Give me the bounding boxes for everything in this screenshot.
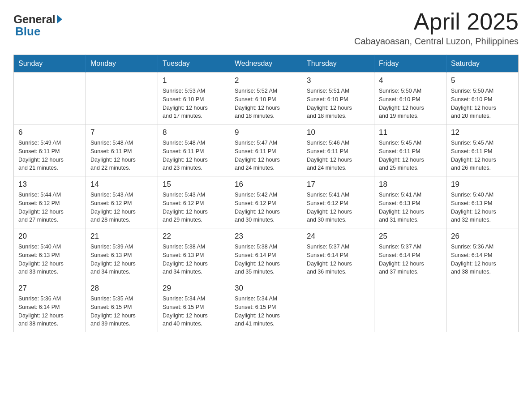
day-info: Sunrise: 5:51 AM Sunset: 6:10 PM Dayligh… (307, 87, 369, 120)
header-thursday: Thursday (302, 55, 374, 73)
calendar-cell: 3Sunrise: 5:51 AM Sunset: 6:10 PM Daylig… (302, 73, 374, 124)
calendar-cell: 7Sunrise: 5:48 AM Sunset: 6:11 PM Daylig… (86, 124, 158, 176)
day-number: 23 (235, 232, 297, 241)
day-info: Sunrise: 5:43 AM Sunset: 6:12 PM Dayligh… (90, 191, 153, 224)
day-info: Sunrise: 5:50 AM Sunset: 6:10 PM Dayligh… (379, 87, 442, 120)
day-info: Sunrise: 5:45 AM Sunset: 6:11 PM Dayligh… (379, 139, 442, 172)
day-number: 18 (379, 180, 442, 189)
calendar-cell: 20Sunrise: 5:40 AM Sunset: 6:13 PM Dayli… (14, 228, 86, 280)
location-title: Cabayaoasan, Central Luzon, Philippines (354, 36, 519, 47)
day-info: Sunrise: 5:36 AM Sunset: 6:14 PM Dayligh… (18, 295, 81, 328)
month-title: April 2025 (354, 9, 519, 34)
calendar-cell: 30Sunrise: 5:34 AM Sunset: 6:15 PM Dayli… (230, 280, 302, 332)
day-info: Sunrise: 5:41 AM Sunset: 6:12 PM Dayligh… (307, 191, 369, 224)
day-number: 4 (379, 76, 442, 85)
day-number: 1 (163, 76, 225, 85)
calendar-cell: 12Sunrise: 5:45 AM Sunset: 6:11 PM Dayli… (446, 124, 519, 176)
day-info: Sunrise: 5:36 AM Sunset: 6:14 PM Dayligh… (451, 243, 514, 276)
day-number: 13 (18, 180, 81, 189)
day-info: Sunrise: 5:48 AM Sunset: 6:11 PM Dayligh… (90, 139, 153, 172)
calendar-cell: 14Sunrise: 5:43 AM Sunset: 6:12 PM Dayli… (86, 176, 158, 228)
calendar-cell: 13Sunrise: 5:44 AM Sunset: 6:12 PM Dayli… (14, 176, 86, 228)
day-number: 12 (451, 128, 514, 137)
logo-blue-text: Blue (15, 25, 40, 39)
calendar-cell (446, 280, 519, 332)
day-number: 20 (18, 232, 81, 241)
logo: General Blue (13, 13, 62, 39)
day-number: 24 (307, 232, 369, 241)
day-info: Sunrise: 5:50 AM Sunset: 6:10 PM Dayligh… (451, 87, 514, 120)
calendar-cell: 26Sunrise: 5:36 AM Sunset: 6:14 PM Dayli… (446, 228, 519, 280)
calendar-cell: 5Sunrise: 5:50 AM Sunset: 6:10 PM Daylig… (446, 73, 519, 124)
calendar-cell: 4Sunrise: 5:50 AM Sunset: 6:10 PM Daylig… (374, 73, 446, 124)
day-info: Sunrise: 5:48 AM Sunset: 6:11 PM Dayligh… (163, 139, 225, 172)
day-info: Sunrise: 5:53 AM Sunset: 6:10 PM Dayligh… (163, 87, 225, 120)
calendar-cell: 2Sunrise: 5:52 AM Sunset: 6:10 PM Daylig… (230, 73, 302, 124)
calendar-cell: 27Sunrise: 5:36 AM Sunset: 6:14 PM Dayli… (14, 280, 86, 332)
title-block: April 2025 Cabayaoasan, Central Luzon, P… (354, 9, 519, 47)
calendar-cell: 16Sunrise: 5:42 AM Sunset: 6:12 PM Dayli… (230, 176, 302, 228)
day-number: 9 (235, 128, 297, 137)
day-info: Sunrise: 5:41 AM Sunset: 6:13 PM Dayligh… (379, 191, 442, 224)
day-info: Sunrise: 5:34 AM Sunset: 6:15 PM Dayligh… (163, 295, 225, 328)
header-friday: Friday (374, 55, 446, 73)
day-number: 27 (18, 284, 81, 293)
calendar-cell: 22Sunrise: 5:38 AM Sunset: 6:13 PM Dayli… (158, 228, 230, 280)
day-info: Sunrise: 5:46 AM Sunset: 6:11 PM Dayligh… (307, 139, 369, 172)
calendar-week-1: 1Sunrise: 5:53 AM Sunset: 6:10 PM Daylig… (14, 73, 519, 124)
day-number: 5 (451, 76, 514, 85)
calendar-cell (14, 73, 86, 124)
calendar-cell: 28Sunrise: 5:35 AM Sunset: 6:15 PM Dayli… (86, 280, 158, 332)
header-sunday: Sunday (14, 55, 86, 73)
day-info: Sunrise: 5:37 AM Sunset: 6:14 PM Dayligh… (307, 243, 369, 276)
day-number: 8 (163, 128, 225, 137)
header-saturday: Saturday (446, 55, 519, 73)
calendar-cell: 8Sunrise: 5:48 AM Sunset: 6:11 PM Daylig… (158, 124, 230, 176)
logo-triangle-icon (57, 15, 62, 24)
day-info: Sunrise: 5:44 AM Sunset: 6:12 PM Dayligh… (18, 191, 81, 224)
calendar-cell: 17Sunrise: 5:41 AM Sunset: 6:12 PM Dayli… (302, 176, 374, 228)
calendar-cell: 19Sunrise: 5:40 AM Sunset: 6:13 PM Dayli… (446, 176, 519, 228)
day-number: 21 (90, 232, 153, 241)
calendar-cell: 11Sunrise: 5:45 AM Sunset: 6:11 PM Dayli… (374, 124, 446, 176)
day-info: Sunrise: 5:43 AM Sunset: 6:12 PM Dayligh… (163, 191, 225, 224)
calendar-cell: 25Sunrise: 5:37 AM Sunset: 6:14 PM Dayli… (374, 228, 446, 280)
calendar-cell: 6Sunrise: 5:49 AM Sunset: 6:11 PM Daylig… (14, 124, 86, 176)
day-info: Sunrise: 5:38 AM Sunset: 6:13 PM Dayligh… (163, 243, 225, 276)
day-number: 14 (90, 180, 153, 189)
day-info: Sunrise: 5:52 AM Sunset: 6:10 PM Dayligh… (235, 87, 297, 120)
calendar-week-5: 27Sunrise: 5:36 AM Sunset: 6:14 PM Dayli… (14, 280, 519, 332)
day-number: 11 (379, 128, 442, 137)
day-number: 7 (90, 128, 153, 137)
day-number: 17 (307, 180, 369, 189)
calendar-week-2: 6Sunrise: 5:49 AM Sunset: 6:11 PM Daylig… (14, 124, 519, 176)
calendar-cell (374, 280, 446, 332)
day-info: Sunrise: 5:38 AM Sunset: 6:14 PM Dayligh… (235, 243, 297, 276)
day-info: Sunrise: 5:47 AM Sunset: 6:11 PM Dayligh… (235, 139, 297, 172)
calendar-table: SundayMondayTuesdayWednesdayThursdayFrid… (13, 55, 519, 332)
day-number: 3 (307, 76, 369, 85)
header-tuesday: Tuesday (158, 55, 230, 73)
header-monday: Monday (86, 55, 158, 73)
calendar-cell: 18Sunrise: 5:41 AM Sunset: 6:13 PM Dayli… (374, 176, 446, 228)
day-number: 10 (307, 128, 369, 137)
day-info: Sunrise: 5:40 AM Sunset: 6:13 PM Dayligh… (451, 191, 514, 224)
page-header: General Blue April 2025 Cabayaoasan, Cen… (13, 9, 519, 47)
day-info: Sunrise: 5:37 AM Sunset: 6:14 PM Dayligh… (379, 243, 442, 276)
day-number: 15 (163, 180, 225, 189)
day-info: Sunrise: 5:39 AM Sunset: 6:13 PM Dayligh… (90, 243, 153, 276)
day-info: Sunrise: 5:45 AM Sunset: 6:11 PM Dayligh… (451, 139, 514, 172)
day-number: 28 (90, 284, 153, 293)
calendar-cell: 9Sunrise: 5:47 AM Sunset: 6:11 PM Daylig… (230, 124, 302, 176)
calendar-header-row: SundayMondayTuesdayWednesdayThursdayFrid… (14, 55, 519, 73)
calendar-cell: 29Sunrise: 5:34 AM Sunset: 6:15 PM Dayli… (158, 280, 230, 332)
calendar-cell: 15Sunrise: 5:43 AM Sunset: 6:12 PM Dayli… (158, 176, 230, 228)
day-number: 30 (235, 284, 297, 293)
calendar-cell: 21Sunrise: 5:39 AM Sunset: 6:13 PM Dayli… (86, 228, 158, 280)
day-info: Sunrise: 5:34 AM Sunset: 6:15 PM Dayligh… (235, 295, 297, 328)
calendar-cell (302, 280, 374, 332)
day-number: 16 (235, 180, 297, 189)
header-wednesday: Wednesday (230, 55, 302, 73)
calendar-cell: 1Sunrise: 5:53 AM Sunset: 6:10 PM Daylig… (158, 73, 230, 124)
calendar-week-4: 20Sunrise: 5:40 AM Sunset: 6:13 PM Dayli… (14, 228, 519, 280)
